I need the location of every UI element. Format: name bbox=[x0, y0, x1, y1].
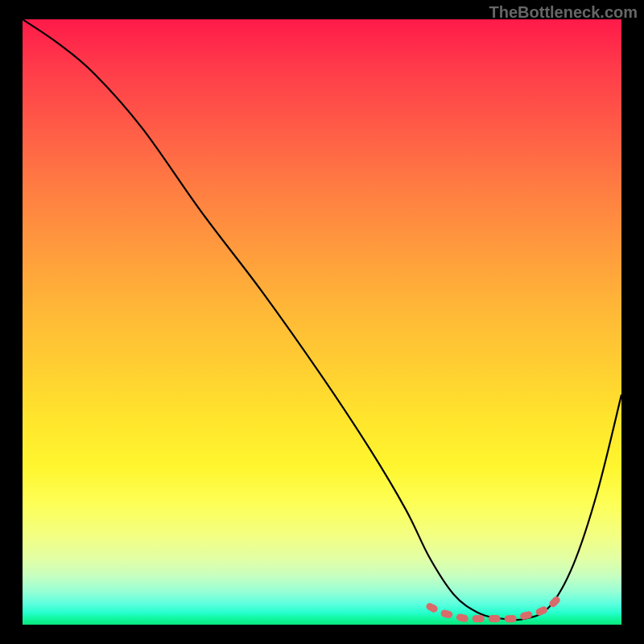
optimal-range-line bbox=[430, 594, 562, 618]
bottleneck-curve-line bbox=[23, 19, 621, 620]
chart-svg bbox=[23, 19, 621, 625]
plot-area bbox=[23, 19, 621, 625]
watermark-text: TheBottleneck.com bbox=[489, 3, 638, 22]
